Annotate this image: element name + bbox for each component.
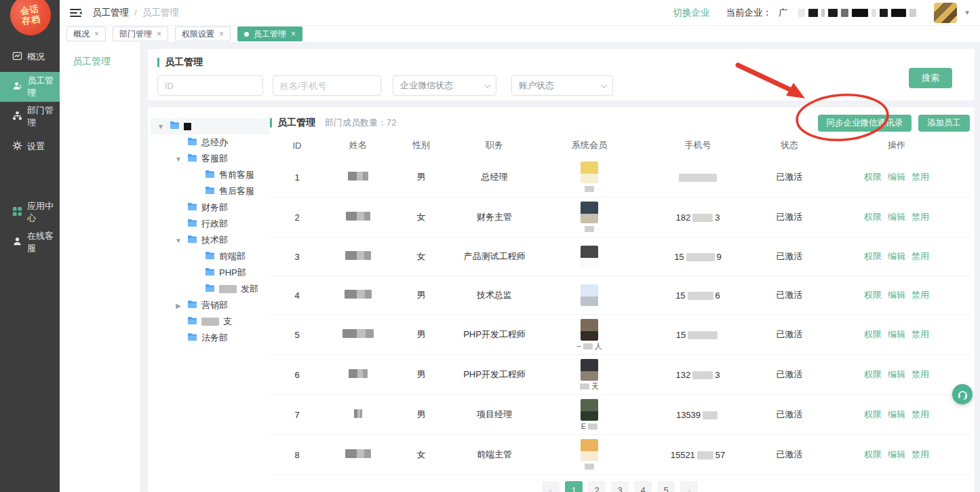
sidebar-item-应用中心[interactable]: 应用中心 bbox=[0, 197, 60, 227]
redacted-phone-block bbox=[679, 174, 717, 182]
active-tab-dot bbox=[244, 32, 249, 37]
cell-actions: 权限编辑禁用 bbox=[823, 328, 970, 341]
action-link-编辑[interactable]: 编辑 bbox=[888, 368, 905, 381]
sidebar-item-员工管理[interactable]: 员工管理 bbox=[0, 72, 60, 102]
cell-id: 2 bbox=[270, 212, 324, 223]
sidebar-item-概况[interactable]: 概况 bbox=[0, 42, 60, 72]
tree-node-PHP部[interactable]: PHP部 bbox=[151, 265, 270, 281]
sidebar-item-在线客服[interactable]: 在线客服 bbox=[0, 227, 60, 257]
pagination-page-2[interactable]: 2 bbox=[588, 481, 606, 492]
pagination-page-1[interactable]: 1 bbox=[565, 481, 583, 492]
tab-权限设置[interactable]: 权限设置× bbox=[175, 26, 231, 41]
tab-close-icon[interactable]: × bbox=[94, 29, 99, 39]
tree-node-售后客服[interactable]: 售后客服 bbox=[151, 183, 270, 200]
member-avatar-wrap bbox=[538, 435, 640, 474]
action-link-禁用[interactable]: 禁用 bbox=[912, 368, 929, 381]
search-button[interactable]: 搜索 bbox=[909, 68, 952, 88]
filter-title-text: 员工管理 bbox=[165, 56, 203, 69]
action-link-权限[interactable]: 权限 bbox=[864, 171, 882, 183]
tree-node-前端部[interactable]: 前端部 bbox=[151, 248, 270, 265]
breadcrumb-section[interactable]: 员工管理 bbox=[92, 7, 129, 19]
switch-company-link[interactable]: 切换企业 bbox=[673, 7, 710, 19]
collapse-sidebar-icon[interactable] bbox=[69, 7, 83, 18]
sidebar-item-设置[interactable]: 设置 bbox=[0, 132, 60, 162]
pagination-prev-button[interactable]: ‹ bbox=[542, 481, 560, 492]
account-status-select[interactable]: 账户状态 bbox=[511, 75, 613, 96]
action-link-权限[interactable]: 权限 bbox=[864, 211, 882, 223]
wechat-status-select[interactable]: 企业微信状态 bbox=[393, 75, 496, 96]
tab-部门管理[interactable]: 部门管理× bbox=[113, 26, 168, 41]
caret-down-icon[interactable]: ▼ bbox=[156, 123, 165, 130]
user-avatar[interactable] bbox=[934, 3, 957, 23]
action-link-权限[interactable]: 权限 bbox=[864, 289, 882, 301]
tree-node-label: 支 bbox=[223, 316, 232, 328]
user-menu-caret-icon[interactable]: ▼ bbox=[964, 9, 971, 16]
tree-node-支[interactable]: 支 bbox=[151, 314, 270, 330]
tree-node-总经办[interactable]: 总经办 bbox=[151, 134, 270, 151]
sync-wechat-contacts-button[interactable]: 同步企业微信通讯录 bbox=[818, 115, 912, 132]
folder-icon bbox=[187, 137, 197, 148]
action-link-禁用[interactable]: 禁用 bbox=[912, 289, 929, 301]
submenu-item-employee-management[interactable]: 员工管理 bbox=[60, 42, 140, 68]
tree-node-营销部[interactable]: ▶营销部 bbox=[151, 297, 270, 314]
action-link-编辑[interactable]: 编辑 bbox=[888, 328, 905, 341]
action-link-权限[interactable]: 权限 bbox=[864, 409, 882, 421]
caret-down-icon[interactable]: ▼ bbox=[174, 155, 183, 163]
tab-close-icon[interactable]: × bbox=[219, 29, 224, 39]
action-link-禁用[interactable]: 禁用 bbox=[912, 409, 929, 421]
tree-node-技术部[interactable]: ▼技术部 bbox=[151, 232, 270, 248]
cell-id: 7 bbox=[270, 410, 324, 420]
action-link-禁用[interactable]: 禁用 bbox=[912, 171, 929, 183]
tree-node-行政部[interactable]: 行政部 bbox=[151, 216, 270, 232]
action-link-权限[interactable]: 权限 bbox=[864, 250, 882, 263]
tree-node-redacted[interactable]: ▼ bbox=[151, 118, 270, 134]
action-link-编辑[interactable]: 编辑 bbox=[888, 250, 905, 263]
table-row: 6男PHP开发工程师天1323已激活权限编辑禁用 bbox=[270, 355, 970, 395]
pagination-page-5[interactable]: 5 bbox=[657, 481, 675, 492]
action-link-编辑[interactable]: 编辑 bbox=[888, 171, 905, 183]
tab-close-icon[interactable]: × bbox=[157, 29, 161, 39]
redacted-phone-block bbox=[686, 253, 715, 261]
redacted-caption-block bbox=[580, 383, 589, 390]
action-link-权限[interactable]: 权限 bbox=[864, 368, 882, 381]
content-card: ▼总经办▼客服部售前客服售后客服财务部行政部▼技术部前端部PHP部发部▶营销部支… bbox=[148, 107, 975, 492]
action-link-禁用[interactable]: 禁用 bbox=[912, 328, 929, 341]
action-link-禁用[interactable]: 禁用 bbox=[912, 211, 929, 223]
action-link-编辑[interactable]: 编辑 bbox=[888, 211, 905, 223]
sidebar-menu: 概况员工管理部门管理设置 bbox=[0, 42, 60, 162]
tree-node-财务部[interactable]: 财务部 bbox=[151, 200, 270, 216]
tree-node-法务部[interactable]: 法务部 bbox=[151, 330, 270, 346]
tree-node-label: 客服部 bbox=[201, 153, 228, 165]
action-link-禁用[interactable]: 禁用 bbox=[912, 449, 929, 461]
sidebar-item-部门管理[interactable]: 部门管理 bbox=[0, 102, 60, 132]
pagination-page-3[interactable]: 3 bbox=[611, 481, 629, 492]
tree-node-售前客服[interactable]: 售前客服 bbox=[151, 167, 270, 183]
cell-gender: 男 bbox=[392, 289, 450, 301]
cell-phone: 15 bbox=[640, 330, 756, 340]
account-status-value: 账户状态 bbox=[519, 79, 554, 92]
caret-down-icon[interactable]: ▼ bbox=[174, 237, 183, 244]
pagination-page-4[interactable]: 4 bbox=[634, 481, 652, 492]
phone-suffix: 57 bbox=[716, 450, 725, 460]
action-link-权限[interactable]: 权限 bbox=[864, 328, 882, 341]
tree-node-发部[interactable]: 发部 bbox=[151, 281, 270, 297]
cell-name-redacted bbox=[324, 329, 392, 340]
tab-员工管理[interactable]: 员工管理× bbox=[237, 26, 302, 41]
action-link-编辑[interactable]: 编辑 bbox=[888, 289, 905, 301]
tree-node-客服部[interactable]: ▼客服部 bbox=[151, 151, 270, 167]
caret-right-icon[interactable]: ▶ bbox=[174, 302, 183, 309]
action-link-禁用[interactable]: 禁用 bbox=[912, 250, 929, 263]
redacted-label-block bbox=[184, 123, 191, 130]
name-phone-input[interactable] bbox=[273, 75, 381, 96]
id-input[interactable] bbox=[157, 75, 263, 96]
pagination-next-button[interactable]: › bbox=[680, 481, 698, 492]
sidebar-menu-bottom: 应用中心在线客服 bbox=[0, 197, 60, 257]
tab-概况[interactable]: 概况× bbox=[66, 26, 106, 41]
tab-close-icon[interactable]: × bbox=[291, 29, 296, 39]
tab-label: 员工管理 bbox=[254, 29, 286, 40]
action-link-权限[interactable]: 权限 bbox=[864, 449, 882, 461]
customer-service-button[interactable] bbox=[952, 384, 973, 404]
add-employee-button[interactable]: 添加员工 bbox=[918, 115, 970, 132]
action-link-编辑[interactable]: 编辑 bbox=[888, 409, 905, 421]
action-link-编辑[interactable]: 编辑 bbox=[888, 449, 905, 461]
